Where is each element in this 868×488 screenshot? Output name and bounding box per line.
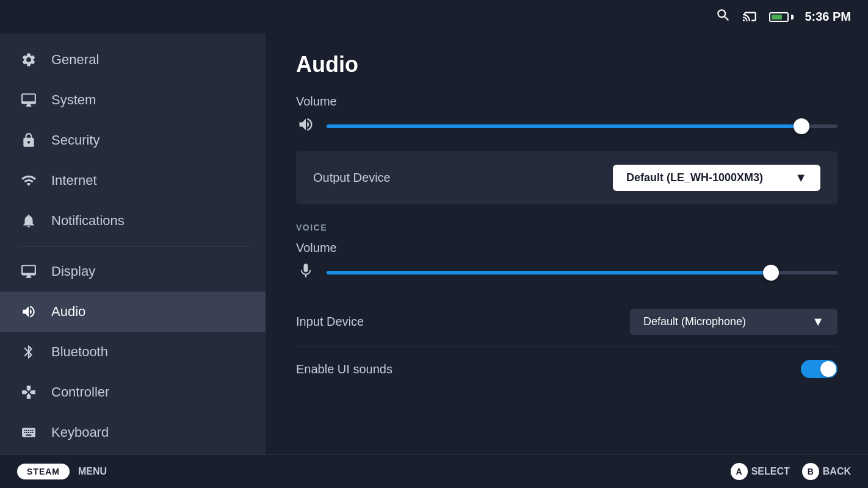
sidebar-label-notifications: Notifications <box>51 213 125 229</box>
content-area: Audio Volume Output Device Default (LE_W… <box>266 34 868 488</box>
b-button-badge[interactable]: B <box>802 463 819 480</box>
gear-icon <box>20 51 38 69</box>
volume-speaker-icon <box>296 116 316 137</box>
gamepad-icon <box>20 383 38 401</box>
wifi-icon <box>20 171 38 190</box>
sidebar-divider <box>17 246 248 246</box>
lock-icon <box>20 131 38 149</box>
mic-icon <box>296 262 316 283</box>
top-bar: 5:36 PM <box>715 0 868 34</box>
page-title: Audio <box>296 52 837 77</box>
enable-ui-sounds-row: Enable UI sounds <box>296 346 837 392</box>
bottom-left: STEAM MENU <box>17 464 107 479</box>
main-layout: General System Security Internet <box>0 0 868 488</box>
voice-volume-label: Volume <box>296 241 837 255</box>
select-label: SELECT <box>751 466 790 477</box>
speaker-icon <box>20 303 38 321</box>
volume-label: Volume <box>296 95 837 109</box>
output-device-select[interactable]: Default (LE_WH-1000XM3) ▼ <box>613 165 820 191</box>
back-label: BACK <box>823 466 851 477</box>
output-device-dropdown-arrow: ▼ <box>795 171 807 185</box>
select-action: A SELECT <box>731 463 790 480</box>
enable-ui-sounds-label: Enable UI sounds <box>296 362 392 376</box>
output-device-row: Output Device Default (LE_WH-1000XM3) ▼ <box>296 151 837 204</box>
sidebar-label-keyboard: Keyboard <box>51 425 109 440</box>
sidebar-label-controller: Controller <box>51 384 109 400</box>
voice-section-label: VOICE <box>296 223 837 232</box>
toggle-knob <box>820 361 836 377</box>
sidebar-label-display: Display <box>51 264 95 279</box>
sidebar-label-security: Security <box>51 132 99 148</box>
monitor-icon <box>20 91 38 109</box>
search-icon[interactable] <box>715 7 731 26</box>
sidebar-item-bluetooth[interactable]: Bluetooth <box>0 332 266 372</box>
display-icon <box>20 262 38 281</box>
keyboard-icon <box>20 423 38 442</box>
sidebar-item-controller[interactable]: Controller <box>0 372 266 412</box>
bottom-bar: STEAM MENU A SELECT B BACK <box>0 454 868 488</box>
sidebar-item-system[interactable]: System <box>0 80 266 120</box>
sidebar-item-internet[interactable]: Internet <box>0 160 266 201</box>
steam-button[interactable]: STEAM <box>17 464 70 479</box>
menu-label: MENU <box>78 466 107 477</box>
voice-slider-track[interactable] <box>327 271 837 274</box>
input-device-row: Input Device Default (Microphone) ▼ <box>296 298 837 346</box>
output-device-value: Default (LE_WH-1000XM3) <box>626 171 763 184</box>
clock: 5:36 PM <box>805 10 851 24</box>
input-device-select[interactable]: Default (Microphone) ▼ <box>630 309 837 335</box>
output-device-label: Output Device <box>313 171 391 185</box>
sidebar-label-audio: Audio <box>51 304 85 320</box>
sidebar-label-system: System <box>51 92 96 108</box>
bell-icon <box>20 212 38 230</box>
sidebar-item-general[interactable]: General <box>0 40 266 80</box>
bluetooth-icon <box>20 343 38 361</box>
volume-slider-row <box>296 116 837 137</box>
sidebar-item-display[interactable]: Display <box>0 251 266 292</box>
sidebar-item-audio[interactable]: Audio <box>0 292 266 332</box>
sidebar-item-security[interactable]: Security <box>0 120 266 160</box>
enable-ui-sounds-toggle[interactable] <box>801 360 837 378</box>
input-device-label: Input Device <box>296 315 364 329</box>
battery-icon <box>769 12 794 22</box>
volume-slider-track[interactable] <box>327 124 837 128</box>
input-device-dropdown-arrow: ▼ <box>812 315 824 329</box>
sidebar-item-notifications[interactable]: Notifications <box>0 201 266 241</box>
sidebar: General System Security Internet <box>0 34 266 454</box>
sidebar-label-internet: Internet <box>51 173 97 188</box>
cast-icon[interactable] <box>742 7 758 26</box>
back-action: B BACK <box>802 463 851 480</box>
sidebar-label-bluetooth: Bluetooth <box>51 344 108 360</box>
a-button-badge[interactable]: A <box>731 463 748 480</box>
sidebar-item-keyboard[interactable]: Keyboard <box>0 412 266 453</box>
input-device-value: Default (Microphone) <box>643 315 746 328</box>
sidebar-label-general: General <box>51 52 99 68</box>
bottom-right: A SELECT B BACK <box>731 463 851 480</box>
voice-slider-row <box>296 262 837 283</box>
